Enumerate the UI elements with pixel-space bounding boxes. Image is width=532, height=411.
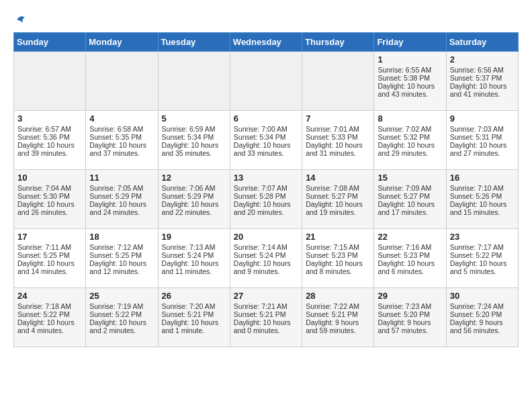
calendar-cell: 27Sunrise: 7:21 AMSunset: 5:21 PMDayligh…	[230, 288, 302, 347]
day-info-line: Daylight: 10 hours and 15 minutes.	[450, 200, 515, 216]
day-number: 9	[450, 113, 515, 124]
day-info-line: Sunrise: 7:03 AM	[450, 125, 515, 133]
day-info-line: Sunset: 5:22 PM	[89, 310, 154, 318]
calendar-cell: 11Sunrise: 7:05 AMSunset: 5:29 PMDayligh…	[86, 170, 158, 229]
day-info-line: Daylight: 10 hours and 35 minutes.	[162, 141, 226, 157]
calendar-cell: 15Sunrise: 7:09 AMSunset: 5:27 PMDayligh…	[374, 170, 446, 229]
calendar-body: 1Sunrise: 6:55 AMSunset: 5:38 PMDaylight…	[14, 52, 519, 347]
calendar-cell: 12Sunrise: 7:06 AMSunset: 5:29 PMDayligh…	[158, 170, 230, 229]
day-info-line: Sunset: 5:34 PM	[162, 133, 226, 141]
weekday-header-sunday: Sunday	[14, 33, 86, 52]
day-info-line: Daylight: 10 hours and 29 minutes.	[378, 141, 442, 157]
weekday-header-wednesday: Wednesday	[230, 33, 302, 52]
day-info-line: Sunrise: 7:22 AM	[306, 302, 370, 310]
day-info-line: Sunset: 5:32 PM	[378, 133, 442, 141]
day-info-line: Sunrise: 7:21 AM	[234, 302, 298, 310]
weekday-header-saturday: Saturday	[446, 33, 518, 52]
calendar-week-3: 10Sunrise: 7:04 AMSunset: 5:30 PMDayligh…	[14, 170, 519, 229]
day-info-line: Sunset: 5:38 PM	[378, 74, 442, 82]
calendar-cell	[86, 52, 158, 111]
day-info-line: Sunset: 5:21 PM	[234, 310, 298, 318]
day-info-line: Sunset: 5:36 PM	[17, 133, 82, 141]
day-info-line: Sunset: 5:26 PM	[450, 192, 515, 200]
day-number: 2	[450, 54, 515, 64]
day-info-line: Sunset: 5:27 PM	[378, 192, 442, 200]
day-info-line: Daylight: 10 hours and 43 minutes.	[378, 82, 442, 98]
calendar-cell: 23Sunrise: 7:17 AMSunset: 5:22 PMDayligh…	[446, 229, 518, 288]
day-info-line: Daylight: 10 hours and 5 minutes.	[450, 259, 515, 275]
calendar-header-row: SundayMondayTuesdayWednesdayThursdayFrid…	[14, 33, 519, 52]
day-info-line: Sunrise: 7:19 AM	[89, 302, 154, 310]
day-number: 6	[234, 113, 298, 124]
day-info-line: Sunset: 5:28 PM	[234, 192, 298, 200]
day-info-line: Sunrise: 7:15 AM	[306, 243, 370, 251]
day-info-line: Daylight: 10 hours and 1 minute.	[162, 318, 226, 334]
day-info-line: Sunset: 5:25 PM	[89, 251, 154, 259]
weekday-header-monday: Monday	[86, 33, 158, 52]
day-info-line: Daylight: 10 hours and 2 minutes.	[89, 318, 154, 334]
calendar-cell: 29Sunrise: 7:23 AMSunset: 5:20 PMDayligh…	[374, 288, 446, 347]
day-info-line: Sunrise: 6:57 AM	[17, 125, 82, 133]
day-number: 10	[17, 173, 82, 183]
calendar-cell: 20Sunrise: 7:14 AMSunset: 5:24 PMDayligh…	[230, 229, 302, 288]
day-info-line: Sunrise: 7:11 AM	[17, 243, 82, 251]
day-number: 8	[378, 113, 442, 124]
day-info-line: Sunset: 5:23 PM	[378, 251, 442, 259]
calendar-cell: 24Sunrise: 7:18 AMSunset: 5:22 PMDayligh…	[14, 288, 86, 347]
day-info-line: Sunset: 5:21 PM	[306, 310, 370, 318]
calendar-cell: 30Sunrise: 7:24 AMSunset: 5:20 PMDayligh…	[446, 288, 518, 347]
calendar-cell: 6Sunrise: 7:00 AMSunset: 5:34 PMDaylight…	[230, 111, 302, 170]
day-info-line: Daylight: 10 hours and 39 minutes.	[17, 141, 82, 157]
day-info-line: Sunrise: 7:10 AM	[450, 184, 515, 192]
day-info-line: Daylight: 9 hours and 57 minutes.	[378, 318, 442, 334]
calendar-cell: 22Sunrise: 7:16 AMSunset: 5:23 PMDayligh…	[374, 229, 446, 288]
day-number: 4	[89, 113, 154, 124]
day-info-line: Sunset: 5:37 PM	[450, 74, 515, 82]
day-number: 20	[234, 232, 298, 242]
day-info-line: Sunset: 5:20 PM	[450, 310, 515, 318]
calendar-cell: 26Sunrise: 7:20 AMSunset: 5:21 PMDayligh…	[158, 288, 230, 347]
calendar-week-5: 24Sunrise: 7:18 AMSunset: 5:22 PMDayligh…	[14, 288, 519, 347]
day-info-line: Sunset: 5:21 PM	[162, 310, 226, 318]
day-info-line: Sunset: 5:29 PM	[89, 192, 154, 200]
calendar-cell	[302, 52, 374, 111]
day-number: 27	[234, 291, 298, 301]
day-info-line: Sunrise: 7:23 AM	[378, 302, 442, 310]
day-info-line: Sunrise: 6:59 AM	[162, 125, 226, 133]
day-info-line: Daylight: 10 hours and 9 minutes.	[234, 259, 298, 275]
day-number: 12	[162, 173, 226, 183]
calendar-week-1: 1Sunrise: 6:55 AMSunset: 5:38 PMDaylight…	[14, 52, 519, 111]
day-info-line: Daylight: 10 hours and 41 minutes.	[450, 82, 515, 98]
page-header	[13, 13, 519, 26]
day-number: 21	[306, 232, 370, 242]
day-info-line: Daylight: 10 hours and 24 minutes.	[89, 200, 154, 216]
day-number: 29	[378, 291, 442, 301]
calendar-cell: 19Sunrise: 7:13 AMSunset: 5:24 PMDayligh…	[158, 229, 230, 288]
day-info-line: Sunrise: 7:16 AM	[378, 243, 442, 251]
calendar-cell: 14Sunrise: 7:08 AMSunset: 5:27 PMDayligh…	[302, 170, 374, 229]
day-info-line: Sunset: 5:24 PM	[162, 251, 226, 259]
calendar-cell: 18Sunrise: 7:12 AMSunset: 5:25 PMDayligh…	[86, 229, 158, 288]
day-info-line: Sunrise: 7:04 AM	[17, 184, 82, 192]
calendar-cell: 7Sunrise: 7:01 AMSunset: 5:33 PMDaylight…	[302, 111, 374, 170]
day-info-line: Sunrise: 7:06 AM	[162, 184, 226, 192]
day-info-line: Sunrise: 7:13 AM	[162, 243, 226, 251]
calendar-table: SundayMondayTuesdayWednesdayThursdayFrid…	[13, 32, 519, 347]
day-number: 16	[450, 173, 515, 183]
day-info-line: Daylight: 10 hours and 37 minutes.	[89, 141, 154, 157]
day-info-line: Sunrise: 7:02 AM	[378, 125, 442, 133]
day-info-line: Sunrise: 7:17 AM	[450, 243, 515, 251]
day-info-line: Sunset: 5:24 PM	[234, 251, 298, 259]
day-info-line: Sunrise: 7:01 AM	[306, 125, 370, 133]
day-info-line: Daylight: 10 hours and 22 minutes.	[162, 200, 226, 216]
day-info-line: Sunrise: 7:05 AM	[89, 184, 154, 192]
calendar-week-2: 3Sunrise: 6:57 AMSunset: 5:36 PMDaylight…	[14, 111, 519, 170]
day-number: 28	[306, 291, 370, 301]
day-info-line: Sunrise: 7:14 AM	[234, 243, 298, 251]
weekday-header-friday: Friday	[374, 33, 446, 52]
day-info-line: Daylight: 10 hours and 14 minutes.	[17, 259, 82, 275]
day-info-line: Daylight: 10 hours and 27 minutes.	[450, 141, 515, 157]
calendar-cell: 13Sunrise: 7:07 AMSunset: 5:28 PMDayligh…	[230, 170, 302, 229]
day-info-line: Sunset: 5:20 PM	[378, 310, 442, 318]
day-info-line: Daylight: 10 hours and 8 minutes.	[306, 259, 370, 275]
